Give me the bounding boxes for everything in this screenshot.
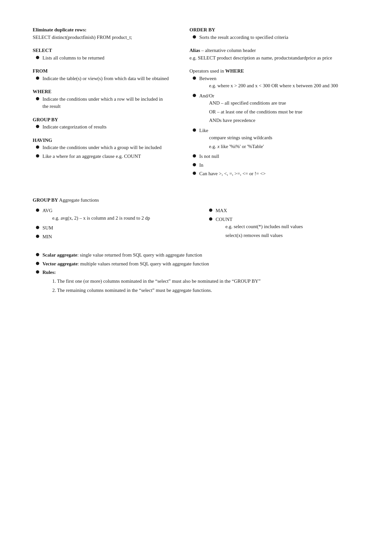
eliminate-text: SELECT distinct(productfinish) FROM prod…: [33, 34, 170, 41]
agg-right-col: MAX COUNT e.g. select count(*) includes …: [206, 207, 359, 242]
can-have-text: Can have >, <, =, >=, <= or != <>: [199, 170, 359, 177]
where-section: WHERE Indicate the conditions under whic…: [33, 88, 170, 110]
groupby-text: Indicate categorization of results: [42, 123, 170, 131]
or-text: OR – at least one of the conditions must…: [209, 108, 359, 116]
in-dot: [193, 163, 196, 166]
like-text: compare strings using wildcards: [209, 134, 359, 142]
from-bullet: Indicate the table(s) or view(s) from wh…: [36, 75, 170, 82]
right-column: ORDER BY Sorts the result according to s…: [189, 26, 359, 183]
between-label: Between: [199, 75, 359, 82]
groupby-bullet: Indicate categorization of results: [36, 123, 170, 131]
can-have-dot: [193, 172, 196, 175]
where-text: Indicate the conditions under which a ro…: [42, 95, 170, 110]
rule2: 2. The remaining columns nominated in th…: [52, 287, 359, 294]
select-dot: [36, 56, 39, 59]
like-example: e.g. x like '%i%' or '%Table': [209, 143, 359, 150]
min-bullet: MIN: [36, 233, 186, 241]
precedence-text: ANDs have precedence: [209, 117, 359, 124]
between-dot: [193, 76, 196, 80]
select-text: Lists all columns to be returned: [42, 54, 170, 62]
count-example1: e.g. select count(*) includes null value…: [225, 223, 359, 230]
and-text: AND – all specified conditions are true: [209, 99, 359, 107]
scalar-dot: [36, 253, 39, 256]
groupby-agg-title: GROUP BY Aggregate functions: [33, 196, 359, 204]
between-example: e.g. where x > 200 and x < 300 OR where …: [209, 82, 359, 90]
avg-label: AVG: [42, 207, 186, 214]
is-not-null-bullet: Is not null: [193, 153, 359, 160]
select-keyword: SELECT: [33, 47, 170, 54]
max-dot: [209, 209, 212, 212]
avg-example: e.g. avg(x, 2) – x is column and 2 is ro…: [52, 214, 186, 222]
having-text2: Like a where for an aggregate clause e.g…: [42, 153, 170, 160]
groupby-section: GROUP BY Indicate categorization of resu…: [33, 116, 170, 131]
alias-section: Alias – alternative column header e.g. S…: [189, 47, 359, 61]
groupby-keyword: GROUP BY: [33, 116, 170, 124]
vector-label: Vector aggregate: [42, 261, 78, 266]
like-dot: [193, 128, 196, 132]
count-example2: select(x) removes null values: [225, 232, 359, 239]
count-label: COUNT: [216, 216, 359, 223]
min-text: MIN: [42, 233, 186, 241]
avg-bullet: AVG e.g. avg(x, 2) – x is column and 2 i…: [36, 207, 186, 223]
rules-content: Rules: 1. The first one (or more) column…: [42, 269, 359, 296]
vector-bullet: Vector aggregate: multiple values return…: [36, 260, 359, 268]
avg-dot: [36, 209, 39, 212]
bottom-section: Scalar aggregate: single value returned …: [33, 251, 359, 296]
between-content: Between e.g. where x > 200 and x < 300 O…: [199, 75, 359, 91]
rules-indent: 1. The first one (or more) columns nomin…: [52, 278, 359, 294]
count-content: COUNT e.g. select count(*) includes null…: [216, 216, 359, 241]
page: Eliminate duplicate rows: SELECT distinc…: [33, 26, 359, 296]
vector-dot: [36, 262, 39, 265]
eliminate-section: Eliminate duplicate rows: SELECT distinc…: [33, 26, 170, 41]
orderby-dot: [193, 35, 196, 39]
in-bullet: In: [193, 161, 359, 169]
vector-desc: : multiple values returned from SQL quer…: [78, 261, 209, 266]
having-dot1: [36, 145, 39, 149]
having-text1: Indicate the conditions under which a gr…: [42, 144, 170, 151]
from-keyword: FROM: [33, 67, 170, 75]
between-bullet: Between e.g. where x > 200 and x < 300 O…: [193, 75, 359, 91]
alias-dash: – alternative column header: [200, 48, 256, 53]
having-keyword: HAVING: [33, 137, 170, 144]
rules-label: Rules:: [42, 270, 56, 275]
groupby-agg-section: GROUP BY Aggregate functions AVG e.g. av…: [33, 196, 359, 242]
operators-title: Operators used in WHERE: [189, 67, 359, 75]
vector-text: Vector aggregate: multiple values return…: [42, 260, 359, 268]
scalar-text: Scalar aggregate: single value returned …: [42, 251, 359, 259]
agg-two-col: AVG e.g. avg(x, 2) – x is column and 2 i…: [33, 207, 359, 242]
min-dot: [36, 235, 39, 238]
having-section: HAVING Indicate the conditions under whi…: [33, 137, 170, 160]
count-bullet: COUNT e.g. select count(*) includes null…: [209, 216, 359, 241]
having-bullet2: Like a where for an aggregate clause e.g…: [36, 153, 170, 160]
select-bullet: Lists all columns to be returned: [36, 54, 170, 62]
can-have-bullet: Can have >, <, =, >=, <= or != <>: [193, 170, 359, 177]
scalar-bullet: Scalar aggregate: single value returned …: [36, 251, 359, 259]
agg-left-col: AVG e.g. avg(x, 2) – x is column and 2 i…: [33, 207, 186, 242]
where-keyword: WHERE: [33, 88, 170, 95]
rule1: 1. The first one (or more) columns nomin…: [52, 278, 359, 285]
operators-section: Operators used in WHERE Between e.g. whe…: [189, 67, 359, 177]
select-section: SELECT Lists all columns to be returned: [33, 47, 170, 61]
from-dot: [36, 76, 39, 80]
avg-content: AVG e.g. avg(x, 2) – x is column and 2 i…: [42, 207, 186, 223]
orderby-bullet: Sorts the result according to specified …: [193, 34, 359, 41]
scalar-label: Scalar aggregate: [42, 252, 77, 258]
sum-dot: [36, 226, 39, 229]
alias-text: Alias – alternative column header: [189, 47, 359, 54]
left-column: Eliminate duplicate rows: SELECT distinc…: [33, 26, 170, 183]
orderby-text: Sorts the result according to specified …: [199, 34, 359, 41]
max-bullet: MAX: [209, 207, 359, 214]
andor-dot: [193, 94, 196, 97]
rules-dot: [36, 270, 39, 274]
from-section: FROM Indicate the table(s) or view(s) fr…: [33, 67, 170, 82]
andor-bullet: And/Or AND – all specified conditions ar…: [193, 92, 359, 126]
andor-content: And/Or AND – all specified conditions ar…: [199, 92, 359, 126]
from-text: Indicate the table(s) or view(s) from wh…: [42, 75, 170, 82]
max-text: MAX: [216, 207, 359, 214]
orderby-keyword: ORDER BY: [189, 26, 359, 34]
andor-label: And/Or: [199, 92, 359, 100]
sum-bullet: SUM: [36, 224, 186, 232]
is-not-null-text: Is not null: [199, 153, 359, 160]
orderby-section: ORDER BY Sorts the result according to s…: [189, 26, 359, 41]
eliminate-label: Eliminate duplicate rows:: [33, 26, 170, 34]
